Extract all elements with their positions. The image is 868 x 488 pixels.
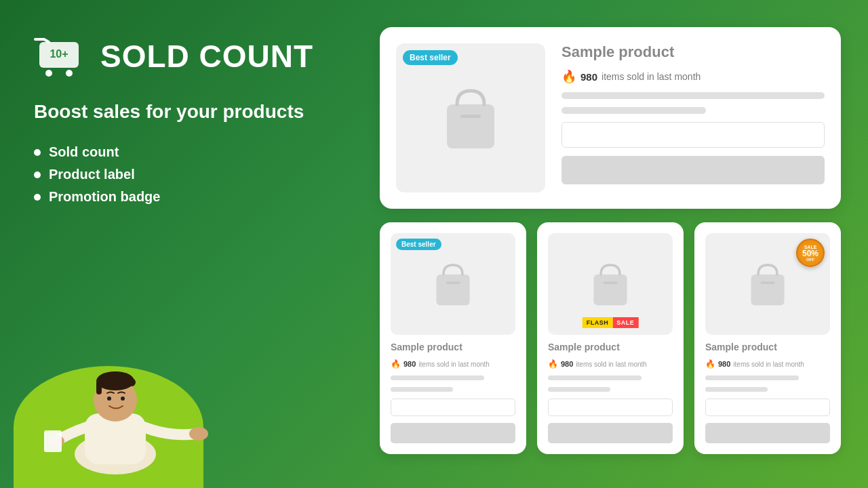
top-sold-count-row: 🔥 980 items sold in last month	[561, 69, 825, 84]
small-skel-2	[391, 387, 453, 392]
top-sold-count-number: 980	[580, 71, 597, 83]
small-skel-input-2	[548, 399, 673, 416]
tagline: Boost sales for your products	[34, 100, 332, 124]
small-product-name-3: Sample product	[705, 342, 830, 352]
promo-off-text: OFF	[806, 258, 814, 262]
small-best-seller-badge-1: Best seller	[396, 239, 441, 250]
feature-label-promotion-badge: Promotion badge	[49, 189, 160, 205]
bullet-icon	[34, 149, 41, 156]
svg-rect-15	[447, 104, 494, 148]
logo-area: 10+ SOLD COUNT	[34, 34, 332, 78]
app-title: SOLD COUNT	[100, 38, 313, 75]
svg-point-3	[66, 70, 73, 77]
small-sold-num-1: 980	[403, 360, 416, 368]
svg-rect-16	[460, 115, 481, 118]
bag-icon-small-2	[587, 257, 634, 311]
small-skel-input-1	[391, 399, 515, 416]
skeleton-input	[561, 122, 825, 148]
svg-rect-17	[437, 274, 470, 306]
top-product-card: Best seller Sample product 🔥 980 items s…	[380, 27, 841, 209]
small-sold-row-1: 🔥 980 items sold in last month	[391, 359, 515, 369]
small-skel-4	[548, 387, 610, 392]
small-sold-text-1: items sold in last month	[418, 361, 490, 368]
flash-sale-badge: FLASH SALE	[583, 317, 639, 328]
promo-percent-text: 50%	[802, 249, 818, 258]
small-sold-row-2: 🔥 980 items sold in last month	[548, 359, 673, 369]
small-skel-input-3	[705, 399, 830, 416]
svg-rect-21	[751, 274, 785, 306]
feature-item-product-label: Product label	[34, 167, 332, 182]
small-skel-5	[705, 375, 799, 380]
small-sold-text-2: items sold in last month	[576, 361, 647, 368]
skeleton-button	[561, 156, 825, 184]
features-list: Sold count Product label Promotion badge	[34, 144, 332, 205]
bottom-cards-row: Best seller Sample product 🔥 980 items s…	[380, 222, 841, 454]
right-panel: Best seller Sample product 🔥 980 items s…	[366, 0, 868, 488]
small-skel-6	[705, 387, 768, 392]
svg-rect-14	[44, 430, 62, 452]
person-illustration	[34, 332, 210, 481]
svg-rect-18	[446, 282, 460, 285]
svg-rect-20	[604, 282, 618, 285]
small-card-2: FLASH SALE Sample product 🔥 980 items so…	[537, 222, 684, 454]
small-card-1: Best seller Sample product 🔥 980 items s…	[380, 222, 526, 454]
small-image-wrap-3: SALE 50% OFF	[705, 233, 830, 335]
top-sold-count-text: items sold in last month	[601, 71, 701, 82]
small-product-name-1: Sample product	[391, 342, 515, 352]
small-skel-button-1	[391, 423, 515, 443]
promo-circle-badge: SALE 50% OFF	[796, 239, 825, 267]
small-sold-row-3: 🔥 980 items sold in last month	[705, 359, 830, 369]
small-card-3: SALE 50% OFF Sample product 🔥 980 items …	[694, 222, 841, 454]
bullet-icon	[34, 171, 41, 178]
svg-rect-9	[115, 378, 136, 386]
svg-rect-22	[761, 282, 775, 285]
feature-label-product-label: Product label	[49, 167, 135, 182]
fire-icon-small-1: 🔥	[391, 359, 401, 369]
svg-text:10+: 10+	[50, 48, 68, 60]
fire-icon-top: 🔥	[561, 69, 576, 84]
small-skel-button-2	[548, 423, 673, 443]
svg-point-2	[45, 70, 52, 77]
small-skel-button-3	[705, 423, 830, 443]
top-product-info: Sample product 🔥 980 items sold in last …	[561, 43, 825, 192]
bullet-icon	[34, 194, 41, 201]
small-product-name-2: Sample product	[548, 342, 673, 352]
svg-point-10	[107, 396, 111, 401]
character-area	[14, 325, 217, 488]
small-skel-3	[548, 375, 642, 380]
fire-icon-small-2: 🔥	[548, 359, 558, 369]
small-skel-1	[391, 375, 484, 380]
cart-icon: 10+	[34, 34, 88, 78]
left-panel: 10+ SOLD COUNT Boost sales for your prod…	[0, 0, 366, 488]
small-image-wrap-2: FLASH SALE	[548, 233, 673, 335]
svg-rect-19	[594, 274, 627, 306]
small-sold-num-2: 980	[561, 360, 573, 368]
skeleton-line-2	[561, 107, 706, 114]
feature-item-promotion-badge: Promotion badge	[34, 189, 332, 205]
small-sold-num-3: 980	[718, 360, 730, 368]
bag-icon-top	[437, 81, 505, 155]
sale-label: SALE	[612, 317, 638, 328]
top-product-name: Sample product	[561, 43, 825, 61]
bag-icon-small-3	[744, 257, 791, 311]
flash-label: FLASH	[583, 317, 613, 328]
top-product-image-wrap: Best seller	[396, 43, 545, 192]
feature-item-sold-count: Sold count	[34, 144, 332, 160]
small-sold-text-3: items sold in last month	[733, 361, 804, 368]
svg-rect-8	[96, 381, 102, 394]
best-seller-badge-top: Best seller	[403, 50, 458, 65]
feature-label-sold-count: Sold count	[49, 144, 119, 160]
skeleton-line-1	[561, 92, 825, 99]
bag-icon-small-1	[429, 257, 477, 311]
svg-point-11	[121, 396, 125, 401]
svg-point-12	[189, 427, 208, 441]
small-image-wrap-1: Best seller	[391, 233, 515, 335]
fire-icon-small-3: 🔥	[705, 359, 715, 369]
